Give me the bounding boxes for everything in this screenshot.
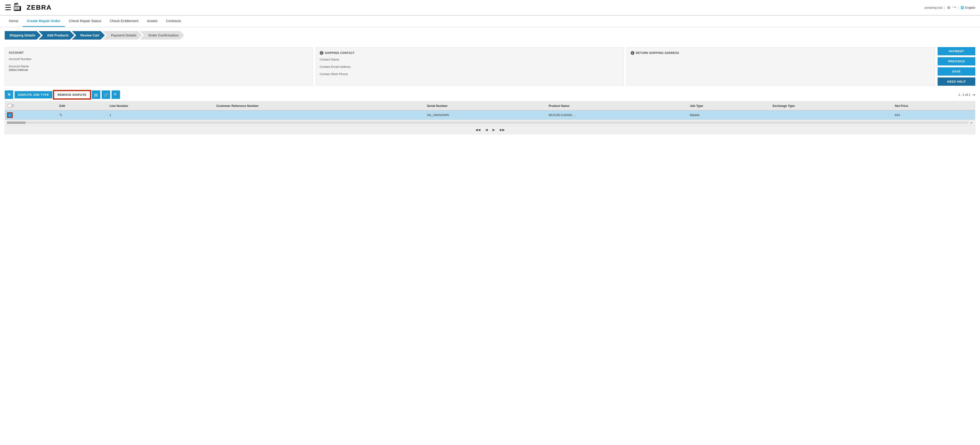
- row-checkbox-cell[interactable]: ✓: [5, 110, 57, 120]
- table-row: ✓ ✎ 1 SN_UNKNOWN MC9190-G30SW.... Billab…: [5, 110, 975, 120]
- row-checkbox[interactable]: ✓: [8, 113, 12, 117]
- table-header-row: ▲▼ Edit Line Number Customer Reference N…: [5, 102, 975, 110]
- payment-button[interactable]: PAYMENT: [938, 47, 975, 55]
- search-icon-button[interactable]: 🔍: [111, 91, 120, 99]
- export-icon-button[interactable]: ▤: [92, 91, 100, 99]
- step-shipping-details[interactable]: Shipping Details: [5, 31, 41, 40]
- language-label: English: [965, 6, 975, 10]
- nav-item-create-repair-order[interactable]: Create Repair Order: [22, 16, 65, 27]
- svg-rect-1: [14, 6, 16, 10]
- gear-icon[interactable]: ⚙: [947, 5, 950, 10]
- row-customer-ref: [213, 110, 424, 120]
- col-edit: Edit: [57, 102, 107, 110]
- col-customer-ref: Customer Reference Number: [213, 102, 424, 110]
- zebra-icon: [13, 2, 25, 13]
- col-exchange-type: Exchange Type: [770, 102, 892, 110]
- toolbar: ✕ DISPUTE JOB TYPE REMOVE DISPUTE ▤ 🔗 🔍 …: [5, 91, 975, 99]
- logo-text: ZEBRA: [27, 4, 52, 11]
- user-name: portalreg test: [925, 6, 943, 10]
- col-product-name: Product Name: [546, 102, 687, 110]
- header-checkbox[interactable]: [8, 104, 11, 108]
- step-review-cart[interactable]: Review Cart: [72, 31, 105, 40]
- contact-email-field: Contact Email Address: [320, 65, 620, 68]
- row-serial-number: SN_UNKNOWN: [424, 110, 546, 120]
- next-page-button[interactable]: ▶: [491, 127, 496, 132]
- shipping-contact-info-icon: i: [320, 51, 323, 55]
- scrollbar-track[interactable]: [7, 121, 969, 124]
- link-icon-button[interactable]: 🔗: [102, 91, 110, 99]
- nav-item-check-repair-status[interactable]: Check Repair Status: [65, 16, 106, 27]
- col-checkbox: ▲▼: [5, 102, 57, 110]
- table-container: ▲▼ Edit Line Number Customer Reference N…: [5, 101, 975, 134]
- account-card: ACCOUNT Account Number Account Name Zebr…: [5, 47, 313, 86]
- need-help-button[interactable]: NEED HELP: [938, 78, 975, 86]
- col-net-price: Net Price: [892, 102, 975, 110]
- language-selector[interactable]: 🌐 English: [961, 6, 975, 10]
- separator-2: |: [958, 6, 959, 10]
- shipping-contact-title: i SHIPPING CONTACT: [320, 51, 620, 55]
- main-nav: Home Create Repair Order Check Repair St…: [0, 16, 980, 27]
- step-label-shipping-details: Shipping Details: [10, 33, 35, 37]
- nav-item-home[interactable]: Home: [5, 16, 22, 27]
- nav-item-assets[interactable]: Assets: [143, 16, 162, 27]
- step-label-add-products: Add Products: [47, 33, 69, 37]
- svg-rect-2: [16, 6, 18, 10]
- step-add-products[interactable]: Add Products: [38, 31, 75, 40]
- scrollbar-row: ►: [5, 120, 975, 125]
- logout-icon[interactable]: ⭢: [952, 5, 956, 10]
- contact-phone-field: Contact Work Phone: [320, 72, 620, 76]
- cards-row: ACCOUNT Account Number Account Name Zebr…: [5, 47, 975, 86]
- return-shipping-title: i RETURN SHIPPING ADDRESS: [631, 51, 931, 55]
- step-order-confirmation[interactable]: Order Confirmation: [140, 31, 185, 40]
- logo-area: ☰︎ ZEBRA: [5, 2, 52, 13]
- last-page-button[interactable]: ▶▶: [498, 127, 506, 132]
- account-card-title: ACCOUNT: [9, 51, 309, 54]
- export-icon: ▤: [94, 92, 98, 97]
- row-edit-cell[interactable]: ✎: [57, 110, 107, 120]
- return-shipping-info-icon: i: [631, 51, 635, 55]
- table-footer: ◀◀ ◀ ▶ ▶▶: [5, 125, 975, 134]
- close-button[interactable]: ✕: [5, 91, 13, 99]
- sort-arrows[interactable]: ▲▼: [12, 104, 14, 108]
- nav-item-check-entitlement[interactable]: Check Entitlement: [105, 16, 143, 27]
- previous-button[interactable]: PREVIOUS: [938, 57, 975, 65]
- row-line-number: 1: [107, 110, 213, 120]
- scrollbar-thumb[interactable]: [7, 121, 25, 124]
- return-shipping-card: i RETURN SHIPPING ADDRESS: [627, 47, 935, 86]
- account-number-field: Account Number: [9, 57, 309, 61]
- shipping-contact-card: i SHIPPING CONTACT Contact Name Contact …: [316, 47, 624, 86]
- header: ☰︎ ZEBRA portalreg test | ⚙ ⭢ | 🌐 Englis…: [0, 0, 980, 16]
- pagination-text: 1 - 1 of 1: [958, 93, 970, 97]
- globe-icon: 🌐: [961, 6, 964, 10]
- step-payment-details[interactable]: Payment Details: [103, 31, 142, 40]
- prev-page-button[interactable]: ◀: [484, 127, 489, 132]
- pagination-info: 1 - 1 of 1 ➙: [958, 92, 975, 97]
- products-table: ▲▼ Edit Line Number Customer Reference N…: [5, 102, 975, 120]
- step-label-review-cart: Review Cart: [80, 33, 99, 37]
- contact-name-field: Contact Name: [320, 58, 620, 61]
- row-job-type: Billable: [687, 110, 770, 120]
- remove-dispute-button[interactable]: REMOVE DISPUTE: [54, 91, 90, 99]
- first-page-button[interactable]: ◀◀: [474, 127, 482, 132]
- account-name-field: Account Name Zebra Internal: [9, 65, 309, 72]
- steps-bar: Shipping Details Add Products Review Car…: [0, 27, 980, 43]
- scroll-right-indicator: ►: [970, 121, 973, 124]
- col-line-number: Line Number: [107, 102, 213, 110]
- main-content: ACCOUNT Account Number Account Name Zebr…: [0, 43, 980, 138]
- save-button[interactable]: SAVE: [938, 67, 975, 76]
- dispute-job-type-button[interactable]: DISPUTE JOB TYPE: [14, 91, 52, 99]
- edit-pencil-icon[interactable]: ✎: [59, 113, 62, 117]
- row-net-price: €84: [892, 110, 975, 120]
- search-icon: 🔍: [113, 92, 118, 97]
- header-right: portalreg test | ⚙ ⭢ | 🌐 English: [925, 5, 975, 10]
- svg-rect-3: [18, 6, 19, 10]
- action-buttons: PAYMENT PREVIOUS SAVE NEED HELP: [938, 47, 975, 86]
- account-name-value: Zebra Internal: [9, 68, 28, 72]
- row-product-name: MC9190-G30SW....: [546, 110, 687, 120]
- expand-icon[interactable]: ➙: [972, 92, 975, 97]
- col-serial-number: Serial Number: [424, 102, 546, 110]
- col-job-type: Job Type: [687, 102, 770, 110]
- link-icon: 🔗: [103, 92, 108, 97]
- step-label-order-confirmation: Order Confirmation: [148, 33, 179, 37]
- nav-item-contracts[interactable]: Contracts: [162, 16, 185, 27]
